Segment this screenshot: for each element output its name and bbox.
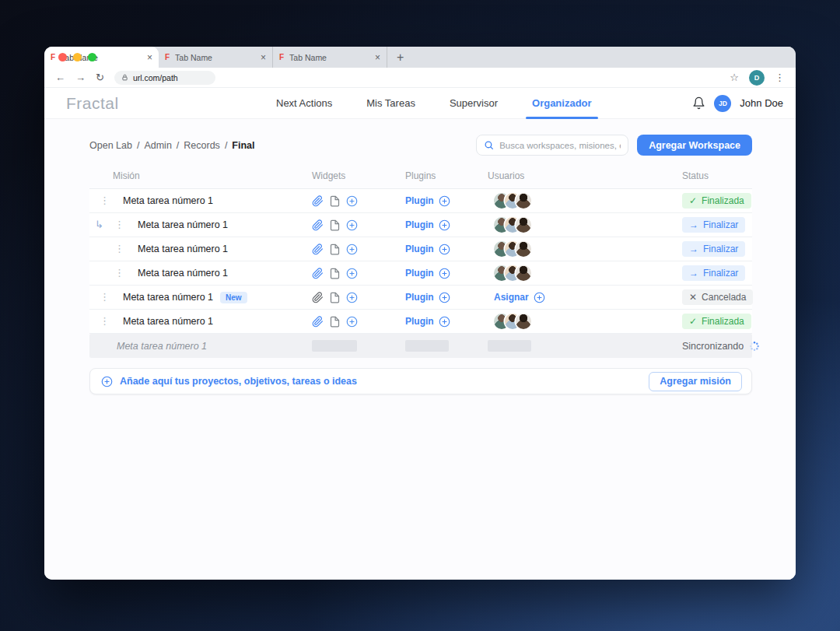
paperclip-icon[interactable]	[312, 268, 324, 279]
paperclip-icon[interactable]	[312, 292, 324, 303]
arrow-right-icon: →	[689, 268, 698, 278]
breadcrumb-admin[interactable]: Admin	[144, 140, 171, 151]
back-icon[interactable]: ←	[55, 72, 65, 82]
row-drag-handle-icon[interactable]: ⋮	[100, 317, 110, 326]
add-plugin-icon	[439, 195, 450, 207]
assign-label: Asignar	[494, 292, 529, 303]
paperclip-icon[interactable]	[312, 244, 324, 255]
row-drag-handle-icon[interactable]: ⋮	[114, 244, 124, 254]
status-badge[interactable]: ✓ Finalizada	[682, 314, 751, 329]
status-label: Cancelada	[702, 292, 746, 303]
column-status: Status	[682, 170, 752, 181]
table-row: ⋮ Meta tarea número 1 Plugin	[89, 310, 752, 334]
status-label: Finalizar	[703, 268, 738, 279]
breadcrumb-separator: /	[177, 140, 179, 151]
add-mission-hint[interactable]: Añade aquí tus proyectos, objetivos, tar…	[101, 376, 357, 387]
document-icon[interactable]	[329, 195, 341, 207]
address-bar[interactable]: url.com/path	[114, 71, 215, 85]
add-plugin-link[interactable]: Plugin	[405, 268, 488, 279]
zoom-window-button[interactable]	[88, 53, 96, 61]
breadcrumb-records[interactable]: Records	[184, 140, 220, 151]
row-drag-handle-icon[interactable]: ⋮	[100, 293, 110, 302]
breadcrumb-separator: /	[137, 140, 139, 151]
add-plugin-link[interactable]: Plugin	[405, 195, 488, 207]
workspace-search[interactable]	[476, 135, 628, 156]
user-avatars[interactable]	[494, 314, 531, 329]
nav-next-actions[interactable]: Next Actions	[276, 97, 332, 109]
user-avatars[interactable]	[494, 241, 531, 257]
document-icon[interactable]	[329, 244, 341, 255]
nav-mis-tareas[interactable]: Mis Tareas	[366, 97, 415, 109]
plugin-label: Plugin	[405, 316, 434, 327]
add-widget-icon[interactable]	[346, 292, 358, 303]
browser-menu-icon[interactable]: ⋮	[775, 72, 785, 83]
status-label: Finalizar	[703, 219, 738, 230]
add-widget-icon[interactable]	[346, 316, 358, 328]
new-tab-button[interactable]: +	[397, 51, 404, 65]
mission-title[interactable]: Meta tarea número 1	[123, 195, 213, 206]
assign-user-link[interactable]: Asignar	[494, 292, 545, 303]
paperclip-icon[interactable]	[312, 195, 324, 207]
breadcrumb-open-lab[interactable]: Open Lab	[89, 140, 132, 151]
mission-title[interactable]: Meta tarea número 1	[138, 219, 228, 230]
add-mission-hint-label: Añade aquí tus proyectos, objetivos, tar…	[120, 376, 357, 387]
status-badge[interactable]: → Finalizar	[682, 265, 745, 281]
mission-title[interactable]: Meta tarea número 1	[138, 244, 228, 254]
row-drag-handle-icon[interactable]: ⋮	[114, 220, 124, 230]
mission-title[interactable]: Meta tarea número 1	[138, 268, 228, 279]
user-avatars[interactable]	[494, 193, 531, 209]
toolbar-actions: Agregar Workspace	[476, 135, 752, 156]
fractal-logo[interactable]: Fractal	[66, 94, 119, 113]
close-tab-icon[interactable]: ×	[261, 52, 266, 63]
search-input[interactable]	[499, 141, 621, 150]
mission-title[interactable]: Meta tarea número 1	[123, 292, 213, 303]
add-plugin-link[interactable]: Plugin	[405, 292, 488, 303]
mission-title[interactable]: Meta tarea número 1	[123, 316, 213, 327]
close-tab-icon[interactable]: ×	[375, 52, 380, 63]
new-badge: New	[220, 292, 247, 303]
close-window-button[interactable]	[58, 53, 67, 61]
browser-toolbar: ← → ↻ url.com/path ☆ D ⋮	[44, 68, 796, 88]
document-icon[interactable]	[329, 219, 341, 231]
notifications-bell-icon[interactable]	[692, 96, 705, 110]
status-badge[interactable]: ✕ Cancelada	[682, 289, 753, 305]
user-name[interactable]: John Doe	[740, 97, 783, 109]
user-avatars[interactable]	[494, 265, 531, 281]
minimize-window-button[interactable]	[73, 53, 82, 61]
add-widget-icon[interactable]	[346, 195, 358, 207]
status-badge[interactable]: ✓ Finalizada	[682, 193, 751, 209]
browser-profile-avatar[interactable]: D	[749, 70, 765, 86]
add-plugin-link[interactable]: Plugin	[405, 316, 488, 328]
x-icon: ✕	[689, 293, 697, 302]
document-icon[interactable]	[329, 292, 341, 303]
close-tab-icon[interactable]: ×	[147, 52, 152, 63]
reload-icon[interactable]: ↻	[96, 72, 104, 82]
add-plugin-link[interactable]: Plugin	[405, 219, 488, 231]
document-icon[interactable]	[329, 316, 341, 328]
row-drag-handle-icon[interactable]: ⋮	[100, 196, 110, 205]
status-badge[interactable]: → Finalizar	[682, 241, 745, 257]
avatar	[516, 314, 531, 329]
add-plugin-link[interactable]: Plugin	[405, 244, 488, 255]
status-badge[interactable]: → Finalizar	[682, 217, 745, 233]
row-drag-handle-icon[interactable]: ⋮	[114, 268, 124, 278]
forward-icon[interactable]: →	[75, 72, 86, 82]
url-text: url.com/path	[133, 73, 178, 82]
column-plugins: Plugins	[405, 170, 488, 181]
browser-tab-3[interactable]: F Tab Name ×	[273, 47, 387, 68]
user-avatar[interactable]: JD	[714, 95, 731, 112]
bookmark-star-icon[interactable]: ☆	[730, 72, 739, 83]
add-widget-icon[interactable]	[346, 268, 358, 279]
document-icon[interactable]	[329, 268, 341, 279]
user-avatars[interactable]	[494, 217, 531, 233]
nav-organizador[interactable]: Organizador	[532, 97, 592, 109]
paperclip-icon[interactable]	[312, 219, 324, 231]
add-widget-icon[interactable]	[346, 244, 358, 255]
nav-supervisor[interactable]: Supervisor	[450, 97, 498, 109]
paperclip-icon[interactable]	[312, 316, 324, 328]
add-workspace-button[interactable]: Agregar Workspace	[637, 135, 752, 156]
add-widget-icon[interactable]	[346, 219, 358, 231]
add-mission-button[interactable]: Agregar misión	[649, 372, 742, 391]
table-row: ⋮ Meta tarea número 1 Plugin	[89, 261, 752, 286]
browser-tab-2[interactable]: F Tab Name ×	[159, 47, 273, 68]
